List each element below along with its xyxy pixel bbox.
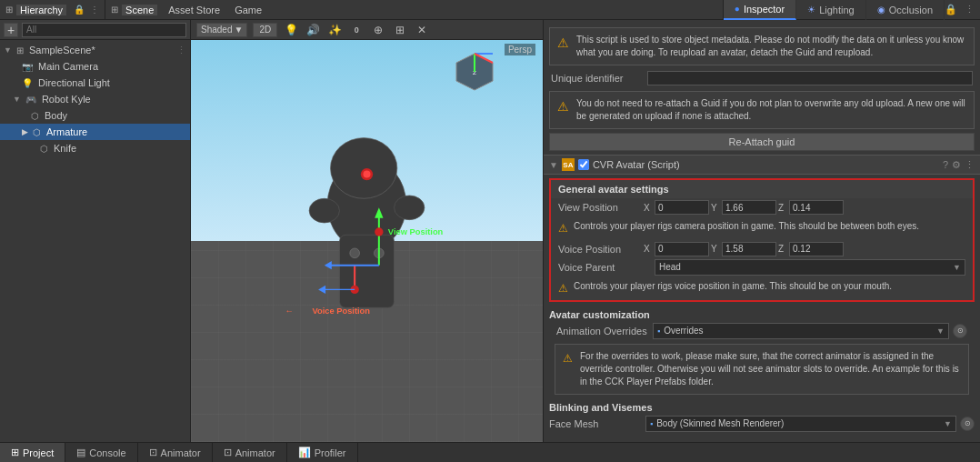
body-icon: ⬡ xyxy=(31,111,39,121)
anim-overrides-circle-button[interactable]: ⊙ xyxy=(953,324,967,338)
face-mesh-circle-button[interactable]: ⊙ xyxy=(960,417,975,431)
add-item-button[interactable]: + xyxy=(4,23,18,37)
svg-marker-23 xyxy=(318,286,325,294)
voice-pos-y-input[interactable] xyxy=(722,242,776,256)
script-component-icon: SA xyxy=(562,158,575,171)
voice-parent-dropdown[interactable]: Head ▼ xyxy=(655,259,965,276)
inspector-menu-icon[interactable]: ⋮ xyxy=(965,4,975,15)
view-pos-info-box: ⚠ Controls your player rigs camera posit… xyxy=(551,216,973,240)
robot-icon: 🎮 xyxy=(25,95,36,105)
voice-position-row: Voice Position X Y Z xyxy=(551,240,973,258)
view-pos-warning-icon: ⚠ xyxy=(558,221,568,236)
avatar-custom-title: Avatar customization xyxy=(549,306,975,322)
inspector-dot-icon: ● xyxy=(735,4,740,14)
scene-menu-icon[interactable]: ⋮ xyxy=(176,45,190,56)
hierarchy-menu-icon[interactable]: ⋮ xyxy=(90,5,99,15)
knife-icon: ⬡ xyxy=(40,144,48,154)
project-tab-icon: ⊞ xyxy=(11,447,19,458)
anim-overrides-field: ▪ Overrides ▼ ⊙ xyxy=(653,323,967,339)
voice-pos-z-input[interactable] xyxy=(789,242,844,256)
stats-icon[interactable]: 0 xyxy=(348,22,365,38)
hierarchy-search-input[interactable] xyxy=(22,23,186,37)
effects-icon[interactable]: ✨ xyxy=(326,22,343,38)
layers-icon[interactable]: ⊞ xyxy=(392,22,408,38)
gizmos-icon[interactable]: ⊕ xyxy=(370,22,386,38)
animator-tab-1[interactable]: ⊡ Animator xyxy=(138,443,213,463)
game-tab[interactable]: Game xyxy=(227,5,265,15)
asset-store-tab[interactable]: Asset Store xyxy=(161,5,224,15)
hierarchy-tab[interactable]: Hierarchy xyxy=(16,5,66,15)
svg-text:Voice Position: Voice Position xyxy=(312,306,370,316)
script-enabled-checkbox[interactable] xyxy=(578,159,589,170)
lighting-tab[interactable]: ☀ Lighting xyxy=(796,0,866,20)
2d-button[interactable]: 2D xyxy=(253,23,277,37)
anim-overrides-dropdown[interactable]: ▪ Overrides ▼ xyxy=(653,323,949,339)
audio-icon[interactable]: 🔊 xyxy=(305,22,321,38)
hierarchy-item-robot[interactable]: ▼ 🎮 Robot Kyle xyxy=(0,91,190,107)
inspector-tab[interactable]: ● Inspector xyxy=(724,0,796,20)
hierarchy-item-dirlight[interactable]: 💡 Directional Light xyxy=(0,75,190,91)
voice-pos-warning-icon: ⚠ xyxy=(558,281,568,296)
hierarchy-item-camera[interactable]: 📷 Main Camera xyxy=(0,58,190,75)
project-tab[interactable]: ⊞ Project xyxy=(0,443,65,463)
metadata-info-text: This script is used to store object meta… xyxy=(576,34,966,59)
unique-id-row: Unique identifier xyxy=(544,69,980,87)
svg-point-8 xyxy=(363,171,370,178)
vx-axis-label: X xyxy=(644,244,653,254)
shading-dropdown[interactable]: Shaded ▼ xyxy=(196,23,247,37)
script-menu-icon[interactable]: ⋮ xyxy=(965,159,975,171)
svg-text:←: ← xyxy=(285,306,293,316)
bottom-bar: ⊞ Project ▤ Console ⊡ Animator ⊡ Animato… xyxy=(0,442,980,462)
voice-parent-value: Head xyxy=(659,262,949,272)
y-axis-label: Y xyxy=(711,203,720,213)
shading-chevron-icon: ▼ xyxy=(234,25,243,35)
svg-point-6 xyxy=(330,138,396,199)
face-mesh-dropdown[interactable]: ▪ Body (Skinned Mesh Renderer) ▼ xyxy=(645,416,956,432)
x-axis-label: X xyxy=(644,203,653,213)
hierarchy-item-knife[interactable]: ⬡ Knife xyxy=(0,140,190,156)
top-bar: ⊞ Hierarchy 🔒 ⋮ ⊞ Scene Asset Store Game… xyxy=(0,0,980,20)
profiler-tab[interactable]: 📊 Profiler xyxy=(287,443,358,463)
hierarchy-panel: + ▼ ⊞ SampleScene* ⋮ 📷 Main Camera 💡 Dir… xyxy=(0,20,191,442)
armature-arrow-icon: ▶ xyxy=(22,127,28,136)
robot-svg: View Position Voice Position ← xyxy=(191,40,543,442)
light-icon[interactable]: 💡 xyxy=(283,22,299,38)
voice-pos-fields: X Y Z xyxy=(644,242,965,256)
knife-label: Knife xyxy=(54,143,76,154)
view-pos-y-input[interactable] xyxy=(722,200,776,215)
scene-toolbar: Shaded ▼ 2D 💡 🔊 ✨ 0 ⊕ ⊞ ✕ xyxy=(191,20,543,40)
anim-dropdown-chevron-icon: ▼ xyxy=(936,326,945,336)
script-settings-icon[interactable]: ⚙ xyxy=(952,159,961,171)
inspector-lock-icon: 🔒 xyxy=(945,4,965,15)
camera-label: Main Camera xyxy=(38,61,98,72)
occlusion-tab[interactable]: ◉ Occlusion xyxy=(866,0,945,20)
voice-pos-x-input[interactable] xyxy=(655,242,709,256)
reattach-guid-button[interactable]: Re-Attach guid xyxy=(549,133,975,151)
unique-id-input[interactable] xyxy=(647,71,973,85)
animator-tab-2[interactable]: ⊡ Animator xyxy=(213,443,287,463)
view-pos-label: View Position xyxy=(558,202,640,213)
svg-point-12 xyxy=(350,248,360,258)
scene-tabs-group: ⊞ Scene Asset Store Game xyxy=(105,0,271,19)
hierarchy-item-body[interactable]: ⬡ Body xyxy=(0,107,190,124)
hierarchy-list: ▼ ⊞ SampleScene* ⋮ 📷 Main Camera 💡 Direc… xyxy=(0,40,190,442)
script-help-icon[interactable]: ? xyxy=(943,159,948,171)
view-pos-x-input[interactable] xyxy=(655,200,709,215)
anim-info-box: ⚠ For the overrides to work, please make… xyxy=(555,344,969,395)
overrides-file-icon: ▪ xyxy=(657,326,660,336)
script-collapse-icon[interactable]: ▼ xyxy=(549,160,558,170)
lighting-icon: ☀ xyxy=(807,5,815,15)
hierarchy-tab-group: ⊞ Hierarchy 🔒 ⋮ xyxy=(0,0,105,19)
view-pos-z-input[interactable] xyxy=(789,200,844,215)
scene-icon: ⊞ xyxy=(16,45,24,55)
script-actions: ? ⚙ ⋮ xyxy=(943,159,975,171)
close-scene-icon[interactable]: ✕ xyxy=(414,22,430,38)
scene-root-item[interactable]: ▼ ⊞ SampleScene* ⋮ xyxy=(0,42,190,58)
console-tab[interactable]: ▤ Console xyxy=(65,443,137,463)
general-settings-title: General avatar settings xyxy=(551,180,973,198)
hierarchy-item-armature[interactable]: ▶ ⬡ Armature xyxy=(0,124,190,140)
face-mesh-field: ▪ Body (Skinned Mesh Renderer) ▼ ⊙ xyxy=(645,416,975,432)
inspector-content: ⚠ This script is used to store object me… xyxy=(544,20,980,442)
scene-tab[interactable]: Scene xyxy=(122,5,157,15)
armature-label: Armature xyxy=(46,126,87,137)
